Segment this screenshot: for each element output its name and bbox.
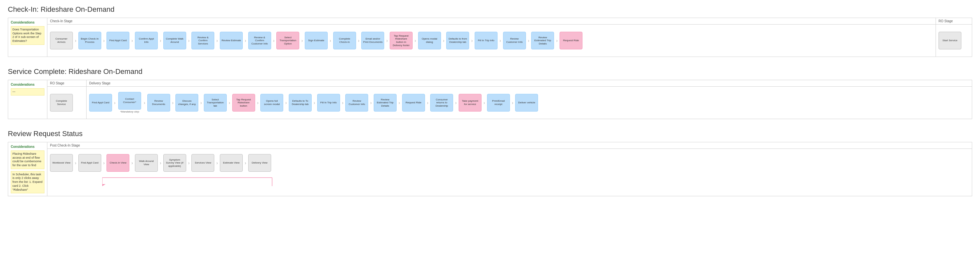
card-discuss-changes: Discuss changes, if any — [175, 94, 198, 112]
stage-delivery: Delivery Stage Find Appt Card › Contact … — [87, 80, 972, 119]
arrow: › — [370, 100, 372, 105]
mandatory-note: *Mandatory step — [118, 110, 142, 114]
arrow: › — [455, 100, 457, 105]
stage-checkin-main: Check-In Stage Consumer Arrives › Begin … — [48, 18, 936, 57]
arrow: › — [500, 38, 501, 43]
arrow: › — [229, 100, 230, 105]
arrow: › — [257, 100, 259, 105]
card-fill-trip-2: Fill In Trip Info — [317, 94, 340, 112]
left-panel-checkin: Considerations Does Transportation Optio… — [8, 18, 48, 57]
section-title-service: Service Complete: Rideshare On-Demand — [8, 67, 972, 76]
card-estimate-view: Estimate View — [220, 154, 243, 172]
arrow: › — [484, 100, 485, 105]
left-panel-review: Considerations Placing Rideshare access … — [8, 142, 48, 196]
card-select-transport: Select Transportation Option — [276, 32, 299, 50]
card-fill-trip-1: Fill In Trip Info — [475, 32, 498, 50]
arrow: › — [313, 100, 315, 105]
arrow: › — [216, 160, 218, 165]
section-body-review: Considerations Placing Rideshare access … — [8, 142, 972, 196]
arrow: › — [285, 100, 287, 105]
stage-cards-checkin: Consumer Arrives › Begin Check-In Proces… — [48, 24, 935, 57]
considerations-label-checkin: Considerations — [11, 21, 45, 24]
consideration-note-service: — — [11, 88, 45, 96]
card-find-appt-3: Find Appt Card — [78, 154, 101, 172]
arrow: › — [75, 38, 76, 43]
card-begin-checkin: Begin Check-In Process — [78, 32, 101, 50]
section-service-complete: Service Complete: Rideshare On-Demand Co… — [8, 67, 972, 119]
card-take-payment: Take payment for service — [459, 94, 482, 112]
card-delivery-view: Delivery View — [248, 154, 271, 172]
card-request-ride-2: Request Ride — [402, 94, 425, 112]
card-print-email: Print/Email receipt — [487, 94, 510, 112]
card-opens-modal-1: Opens modal dialog — [418, 32, 441, 50]
stage-header-post-checkin: Post Check-In Stage — [48, 142, 972, 149]
card-review-estimated-2: Review Estimated Trip Details — [374, 94, 396, 112]
card-review-estimate: Review Estimate — [220, 32, 243, 50]
card-defaults-to-dealership: Defaults to To Dealership tab — [289, 94, 312, 112]
card-checkin-view: Check-In View — [107, 154, 129, 172]
arrow: › — [103, 38, 105, 43]
arrow: › — [399, 100, 400, 105]
stage-cards-delivery: Find Appt Card › Contact Consumer* *Mand… — [87, 87, 972, 119]
arrow: › — [172, 100, 174, 105]
consideration-note-review-1: Placing Rideshare access at end of flow … — [11, 150, 45, 169]
stages-checkin: Check-In Stage Consumer Arrives › Begin … — [48, 18, 972, 57]
card-confirm-appt: Confirm Appt Info — [135, 32, 158, 50]
card-tap-request-rideshare-1: Tap Request Rideshare button in Delivery… — [390, 32, 412, 50]
card-services-view: Services View — [191, 154, 214, 172]
card-review-confirm-services: Review & Confirm Services — [191, 32, 214, 50]
card-start-service: Start Service — [939, 32, 961, 50]
arrow: › — [188, 160, 190, 165]
card-walk-around: Complete Walk Around — [163, 32, 186, 50]
arrow: › — [329, 38, 331, 43]
stage-header-ro-2: RO Stage — [48, 80, 86, 87]
arrow: › — [301, 38, 303, 43]
card-complete-checkin: Complete Check-In — [333, 32, 356, 50]
card-symptom-survey: Symptom Survey View (if applicable) — [163, 154, 186, 172]
considerations-label-review: Considerations — [11, 145, 45, 149]
arrow: › — [103, 160, 105, 165]
arrow: › — [556, 38, 558, 43]
arrow: › — [216, 38, 218, 43]
card-find-appt-2: Find Appt Card — [89, 94, 112, 112]
card-consumer-returns: Consumer returns to Dealership — [430, 94, 453, 112]
considerations-label-service: Considerations — [11, 83, 45, 86]
stage-cards-post-checkin: Workbook View › Find Appt Card › Check-I… — [48, 149, 972, 177]
arrow: › — [160, 160, 161, 165]
card-review-docs: Review Documents — [147, 94, 170, 112]
card-review-estimated-1: Review Estimated Trip Details — [531, 32, 554, 50]
stage-ro-2: RO Stage Complete Service — [48, 80, 87, 119]
arrow: › — [386, 38, 388, 43]
arrow: › — [528, 38, 530, 43]
card-select-transport-tab: Select Transportation tab — [204, 94, 227, 112]
arrow: › — [160, 38, 161, 43]
stage-cards-ro-1: Start Service — [936, 24, 972, 57]
section-review-status: Review Request Status Considerations Pla… — [8, 130, 972, 196]
arrow: › — [114, 100, 116, 105]
arrow: › — [358, 38, 360, 43]
consideration-note-checkin: Does Transportation Options work the Ste… — [11, 26, 45, 45]
section-body-service: Considerations — RO Stage Complete Servi… — [8, 80, 972, 119]
arrow: › — [273, 38, 275, 43]
card-sign-estimate: Sign Estimate — [305, 32, 328, 50]
section-checkin-rideshare: Check-In: Rideshare On-Demand Considerat… — [8, 5, 972, 57]
card-review-customer-2: Review Customer Info — [345, 94, 368, 112]
section-title-review: Review Request Status — [8, 130, 972, 138]
card-deliver-vehicle: Deliver vehicle — [515, 94, 538, 112]
card-find-appt-1: Find Appt Card — [107, 32, 129, 50]
stage-header-ro-1: RO Stage — [936, 18, 972, 24]
arrow: › — [200, 100, 202, 105]
arrow: › — [443, 38, 445, 43]
stage-header-delivery: Delivery Stage — [87, 80, 972, 87]
stage-cards-ro-2: Complete Service — [48, 87, 86, 119]
section-title-checkin: Check-In: Rideshare On-Demand — [8, 5, 972, 14]
stage-post-checkin: Post Check-In Stage Workbook View › Find… — [48, 142, 972, 196]
consideration-note-review-2: In Scheduler, this task is only 2 clicks… — [11, 171, 45, 193]
card-email-print: Email and/or Print Documents — [361, 32, 384, 50]
card-consumer-arrives: Consumer Arrives — [50, 32, 73, 50]
svg-marker-3 — [102, 184, 105, 186]
card-request-ride-1: Request Ride — [560, 32, 582, 50]
arrow: › — [131, 38, 133, 43]
page-container: Check-In: Rideshare On-Demand Considerat… — [0, 0, 980, 212]
card-opens-fullscreen: Opens full screen modal — [260, 94, 283, 112]
